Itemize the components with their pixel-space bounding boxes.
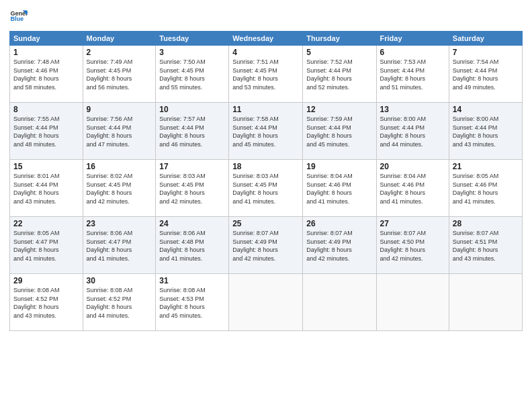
sunrise-time: Sunrise: 8:08 AM — [159, 286, 225, 295]
daylight-hours: and 44 minutes. — [87, 312, 152, 320]
sunset-time: Sunset: 4:44 PM — [306, 66, 372, 75]
day-info: Sunrise: 8:02 AMSunset: 4:45 PMDaylight:… — [87, 172, 152, 205]
day-info: Sunrise: 8:05 AMSunset: 4:47 PMDaylight:… — [13, 229, 79, 263]
calendar-cell: 7Sunrise: 7:54 AMSunset: 4:44 PMDaylight… — [449, 46, 522, 103]
sunset-time: Sunset: 4:45 PM — [159, 181, 225, 189]
sunrise-time: Sunrise: 8:07 AM — [380, 229, 445, 238]
day-info: Sunrise: 8:05 AMSunset: 4:46 PMDaylight:… — [453, 172, 519, 205]
daylight-hours: and 42 minutes. — [159, 197, 225, 206]
daylight-hours: Daylight: 8 hours — [453, 75, 519, 83]
daylight-hours: Daylight: 8 hours — [159, 303, 225, 312]
day-number: 7 — [453, 48, 519, 57]
logo-icon: General Blue — [9, 7, 28, 26]
daylight-hours: Daylight: 8 hours — [87, 246, 152, 255]
calendar-cell: 23Sunrise: 8:06 AMSunset: 4:47 PMDayligh… — [83, 217, 156, 274]
day-number: 2 — [87, 48, 152, 57]
calendar-cell: 4Sunrise: 7:51 AMSunset: 4:45 PMDaylight… — [229, 46, 303, 103]
calendar-cell: 13Sunrise: 8:00 AMSunset: 4:44 PMDayligh… — [376, 103, 449, 160]
day-number: 3 — [159, 48, 225, 57]
sunrise-time: Sunrise: 7:49 AM — [87, 58, 152, 66]
daylight-hours: and 43 minutes. — [453, 255, 519, 263]
daylight-hours: Daylight: 8 hours — [87, 132, 152, 140]
day-info: Sunrise: 8:06 AMSunset: 4:48 PMDaylight:… — [159, 229, 225, 263]
sunrise-time: Sunrise: 7:51 AM — [232, 58, 299, 66]
sunrise-time: Sunrise: 8:01 AM — [13, 172, 79, 181]
sunset-time: Sunset: 4:46 PM — [380, 181, 445, 189]
sunrise-time: Sunrise: 8:06 AM — [159, 229, 225, 238]
sunrise-time: Sunrise: 7:48 AM — [13, 58, 79, 66]
sunrise-time: Sunrise: 8:05 AM — [453, 172, 519, 181]
weekday-header-wednesday: Wednesday — [229, 32, 303, 46]
sunrise-time: Sunrise: 8:04 AM — [306, 172, 372, 181]
daylight-hours: and 41 minutes. — [306, 197, 372, 206]
day-info: Sunrise: 8:08 AMSunset: 4:53 PMDaylight:… — [159, 286, 225, 320]
daylight-hours: Daylight: 8 hours — [13, 75, 79, 83]
day-number: 23 — [87, 219, 152, 228]
daylight-hours: Daylight: 8 hours — [87, 189, 152, 197]
sunset-time: Sunset: 4:44 PM — [453, 124, 519, 132]
day-info: Sunrise: 7:49 AMSunset: 4:45 PMDaylight:… — [87, 58, 152, 91]
day-number: 9 — [87, 105, 152, 114]
sunset-time: Sunset: 4:44 PM — [453, 66, 519, 75]
sunset-time: Sunset: 4:45 PM — [159, 66, 225, 75]
day-number: 31 — [159, 276, 225, 285]
calendar-cell: 15Sunrise: 8:01 AMSunset: 4:44 PMDayligh… — [10, 160, 83, 217]
page: General Blue SundayMondayTuesdayWednesda… — [0, 0, 532, 411]
day-number: 15 — [13, 162, 79, 171]
daylight-hours: Daylight: 8 hours — [87, 75, 152, 83]
sunrise-time: Sunrise: 7:56 AM — [87, 115, 152, 124]
day-info: Sunrise: 7:53 AMSunset: 4:44 PMDaylight:… — [380, 58, 445, 91]
daylight-hours: Daylight: 8 hours — [87, 303, 152, 312]
daylight-hours: and 48 minutes. — [13, 140, 79, 149]
day-info: Sunrise: 8:03 AMSunset: 4:45 PMDaylight:… — [159, 172, 225, 205]
sunset-time: Sunset: 4:49 PM — [232, 238, 299, 246]
day-number: 11 — [232, 105, 299, 114]
sunset-time: Sunset: 4:45 PM — [232, 181, 299, 189]
daylight-hours: Daylight: 8 hours — [232, 246, 299, 255]
day-info: Sunrise: 8:00 AMSunset: 4:44 PMDaylight:… — [453, 115, 519, 148]
sunset-time: Sunset: 4:44 PM — [380, 66, 445, 75]
day-info: Sunrise: 7:55 AMSunset: 4:44 PMDaylight:… — [13, 115, 79, 148]
calendar-cell: 31Sunrise: 8:08 AMSunset: 4:53 PMDayligh… — [156, 274, 229, 331]
day-info: Sunrise: 7:52 AMSunset: 4:44 PMDaylight:… — [306, 58, 372, 91]
daylight-hours: Daylight: 8 hours — [232, 132, 299, 140]
day-info: Sunrise: 7:50 AMSunset: 4:45 PMDaylight:… — [159, 58, 225, 91]
calendar-cell: 19Sunrise: 8:04 AMSunset: 4:46 PMDayligh… — [303, 160, 376, 217]
sunrise-time: Sunrise: 8:08 AM — [13, 286, 79, 295]
day-info: Sunrise: 8:04 AMSunset: 4:46 PMDaylight:… — [380, 172, 445, 205]
calendar-week-5: 29Sunrise: 8:08 AMSunset: 4:52 PMDayligh… — [10, 274, 523, 331]
svg-text:Blue: Blue — [10, 15, 24, 22]
weekday-header-saturday: Saturday — [449, 32, 522, 46]
day-number: 27 — [380, 219, 445, 228]
daylight-hours: and 41 minutes. — [453, 197, 519, 206]
sunset-time: Sunset: 4:44 PM — [13, 181, 79, 189]
day-info: Sunrise: 8:07 AMSunset: 4:51 PMDaylight:… — [453, 229, 519, 263]
sunrise-time: Sunrise: 8:03 AM — [159, 172, 225, 181]
sunset-time: Sunset: 4:44 PM — [87, 124, 152, 132]
day-info: Sunrise: 7:58 AMSunset: 4:44 PMDaylight:… — [232, 115, 299, 148]
day-number: 22 — [13, 219, 79, 228]
day-number: 24 — [159, 219, 225, 228]
calendar-cell: 27Sunrise: 8:07 AMSunset: 4:50 PMDayligh… — [376, 217, 449, 274]
calendar-cell: 17Sunrise: 8:03 AMSunset: 4:45 PMDayligh… — [156, 160, 229, 217]
calendar-cell: 6Sunrise: 7:53 AMSunset: 4:44 PMDaylight… — [376, 46, 449, 103]
daylight-hours: and 41 minutes. — [232, 197, 299, 206]
sunset-time: Sunset: 4:52 PM — [87, 295, 152, 304]
sunset-time: Sunset: 4:49 PM — [306, 238, 372, 246]
daylight-hours: and 42 minutes. — [380, 255, 445, 263]
calendar-cell: 29Sunrise: 8:08 AMSunset: 4:52 PMDayligh… — [10, 274, 83, 331]
daylight-hours: Daylight: 8 hours — [13, 132, 79, 140]
daylight-hours: Daylight: 8 hours — [380, 189, 445, 197]
weekday-header-monday: Monday — [83, 32, 156, 46]
daylight-hours: and 58 minutes. — [13, 83, 79, 92]
calendar-cell — [449, 274, 522, 331]
day-number: 25 — [232, 219, 299, 228]
daylight-hours: Daylight: 8 hours — [13, 303, 79, 312]
daylight-hours: Daylight: 8 hours — [13, 246, 79, 255]
day-number: 12 — [306, 105, 372, 114]
daylight-hours: Daylight: 8 hours — [306, 132, 372, 140]
daylight-hours: and 43 minutes. — [13, 312, 79, 320]
sunrise-time: Sunrise: 7:54 AM — [453, 58, 519, 66]
sunrise-time: Sunrise: 7:59 AM — [306, 115, 372, 124]
calendar-week-1: 1Sunrise: 7:48 AMSunset: 4:46 PMDaylight… — [10, 46, 523, 103]
